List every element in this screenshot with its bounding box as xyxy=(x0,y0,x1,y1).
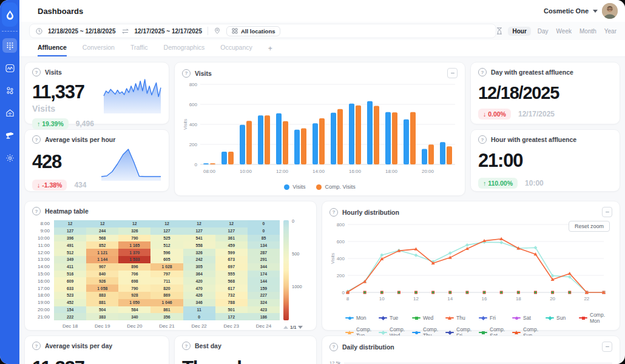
tab-conversion[interactable]: Conversion xyxy=(83,40,115,56)
sidebar-item-dashboards[interactable] xyxy=(2,38,17,53)
legend-marker xyxy=(546,315,554,321)
kpi-value: 21:00 xyxy=(478,151,612,171)
granularity-year[interactable]: Year xyxy=(603,27,618,36)
sidebar-item-settings[interactable] xyxy=(2,150,17,165)
compare-value: 434 xyxy=(74,181,86,189)
avg-visits-hour-card: Average visits per hour 428 ↓ -1.38% 434 xyxy=(24,129,169,192)
visits-kpi-card: Visits 11,337 Visits ↑ 19.39% 9,496 xyxy=(24,62,169,124)
legend-item-sat[interactable]: Sat xyxy=(512,312,546,324)
legend-item-comp-visits[interactable]: Comp. Visits xyxy=(316,184,355,190)
svg-text:12:00: 12:00 xyxy=(276,169,289,174)
heatmap-row-label: 14:00 xyxy=(32,263,54,271)
filter-bar: 12/18/2025 ~ 12/18/2025 12/17/2025 ~ 12/… xyxy=(19,22,625,40)
tab-occupancy[interactable]: Occupancy xyxy=(220,40,252,56)
legend-marker xyxy=(445,330,454,335)
legend-marker xyxy=(379,315,387,321)
heatmap-cell: 1 165 xyxy=(118,241,150,249)
help-icon[interactable] xyxy=(329,208,338,217)
heatmap-row-label: 19:00 xyxy=(32,299,54,306)
delta-badge: ↓ -1.38% xyxy=(32,180,67,190)
sidebar-item-reports[interactable] xyxy=(2,61,17,75)
help-icon[interactable] xyxy=(32,68,41,76)
heatmap-col-label: Dec 19 xyxy=(86,320,118,329)
help-icon[interactable] xyxy=(32,135,41,144)
help-icon[interactable] xyxy=(182,69,191,78)
legend-item-fri[interactable]: Fri xyxy=(479,312,512,324)
heatmap-row-label: 13:00 xyxy=(32,256,54,263)
legend-item-sun[interactable]: Sun xyxy=(546,312,579,324)
sidebar-item-cameras[interactable] xyxy=(2,128,17,143)
heatmap-cell: 491 xyxy=(54,241,86,249)
collapse-card-icon[interactable] xyxy=(602,342,612,352)
granularity-month[interactable]: Month xyxy=(578,27,598,36)
add-tab-button[interactable]: + xyxy=(268,40,272,56)
help-icon[interactable] xyxy=(32,342,41,350)
comp-date-range-picker[interactable]: 12/17/2025 ~ 12/17/2025 xyxy=(135,28,203,35)
heatmap-col-label: Dec 20 xyxy=(118,320,150,329)
help-icon[interactable] xyxy=(329,343,338,351)
legend-item-tue[interactable]: Tue xyxy=(379,312,412,324)
collapse-card-icon[interactable] xyxy=(602,207,612,217)
legend-item-wed[interactable]: Wed xyxy=(412,312,445,324)
heatmap-cell: 326 xyxy=(183,249,215,256)
granularity-hour[interactable]: Hour xyxy=(508,27,530,36)
location-pin-icon[interactable] xyxy=(214,27,221,35)
heatmap-cell: 346 xyxy=(183,299,215,306)
help-icon[interactable] xyxy=(182,342,191,350)
delta-badge: ↓ 0.00% xyxy=(478,109,511,120)
legend-item-comp-mon[interactable]: Comp. Mon xyxy=(579,312,612,324)
legend-shape xyxy=(482,331,485,334)
heatmap-cell: 512 xyxy=(150,241,183,249)
legend-marker xyxy=(445,315,454,321)
day-greatest-affluence-card: Day with greatest affluence 12/18/2025 ↓… xyxy=(470,62,620,124)
heatmap-cell: 541 xyxy=(183,235,215,242)
swap-arrows-icon[interactable] xyxy=(121,29,129,34)
card-title: Daily distribution xyxy=(342,343,394,351)
reset-zoom-button[interactable]: Reset zoom xyxy=(569,221,610,232)
date-range-picker[interactable]: 12/18/2025 ~ 12/18/2025 xyxy=(48,28,116,35)
daily-distribution-card: Daily distribution 12.5k xyxy=(322,335,620,364)
legend-item-mon[interactable]: Mon xyxy=(345,312,379,324)
help-icon[interactable] xyxy=(478,135,487,144)
card-title: Average visits per day xyxy=(45,342,112,349)
tab-demographics[interactable]: Demographics xyxy=(164,40,205,56)
heatmap-cell: 605 xyxy=(150,256,183,263)
account-menu[interactable]: Cosmetic One xyxy=(544,3,618,19)
page-down-icon[interactable] xyxy=(298,326,303,329)
heatmap-cell: 154 xyxy=(54,306,86,314)
svg-text:20:00: 20:00 xyxy=(422,169,434,174)
granularity-day[interactable]: Day xyxy=(536,27,550,36)
granularity-switcher: HourDayWeekMonthYear xyxy=(496,27,618,36)
avg-sparkline xyxy=(101,146,161,181)
heatmap-col-label: Dec 23 xyxy=(215,320,248,329)
legend-item-thu[interactable]: Thu xyxy=(445,312,479,324)
visits-bar-chart: 0200400600800Visits08:0010:0012:0014:001… xyxy=(182,78,458,180)
page-up-icon[interactable] xyxy=(283,326,288,329)
app-logo xyxy=(2,2,18,27)
legend-shape xyxy=(481,315,485,320)
heatmap-cell: 242 xyxy=(183,256,215,263)
avatar[interactable] xyxy=(602,3,618,19)
legend-item-visits[interactable]: Visits xyxy=(284,184,305,190)
tab-traffic[interactable]: Traffic xyxy=(130,40,148,56)
heatmap-cell: 396 xyxy=(54,235,86,242)
heatmap-cell: 1 370 xyxy=(118,249,150,256)
heatmap-cell: 896 xyxy=(118,263,150,271)
granularity-week[interactable]: Week xyxy=(555,27,573,36)
locations-selector[interactable]: All locations xyxy=(226,26,280,36)
heatmap-row-label: 16:00 xyxy=(32,277,54,285)
sidebar-item-segments[interactable] xyxy=(2,83,17,98)
sidebar-item-sites[interactable] xyxy=(2,106,17,120)
heatmap-cell: 420 xyxy=(183,277,215,285)
page-indicator: 1/1 xyxy=(290,325,296,330)
row-3: Average visits per day 11,337 Best day T… xyxy=(24,335,620,364)
heatmap-cell: 790 xyxy=(118,235,150,242)
help-icon[interactable] xyxy=(478,68,487,76)
tab-affluence[interactable]: Affluence xyxy=(38,40,67,56)
legend-dot xyxy=(316,184,322,190)
collapse-card-icon[interactable] xyxy=(447,68,458,78)
heatmap-cell: 174 xyxy=(248,271,280,278)
legend-shape xyxy=(380,315,385,320)
colorbar-gradient xyxy=(283,220,289,320)
help-icon[interactable] xyxy=(32,207,41,215)
